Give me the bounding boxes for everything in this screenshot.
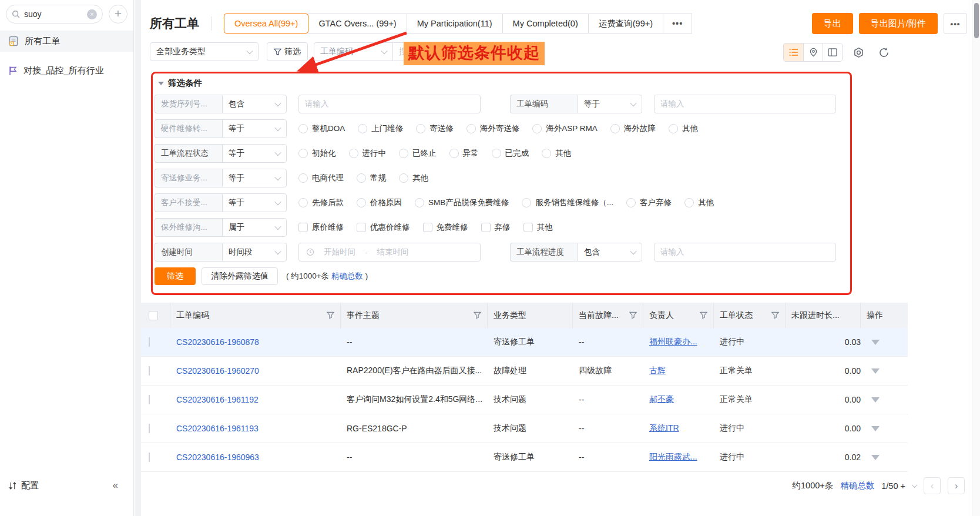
radio-icon[interactable] [669, 124, 678, 133]
radio-icon[interactable] [416, 124, 425, 133]
owner-link[interactable]: 系统ITR [649, 423, 679, 433]
owner-link[interactable]: 福州联豪办... [649, 337, 697, 346]
owner-link[interactable]: 古辉 [649, 366, 666, 375]
filter-funnel-icon[interactable] [771, 311, 779, 319]
radio-icon[interactable] [358, 124, 367, 133]
filter-funnel-icon[interactable] [474, 311, 481, 319]
radio-option[interactable]: 寄送修 [416, 123, 454, 134]
order-id-link[interactable]: CS20230616-1961193 [176, 424, 259, 433]
owner-link[interactable]: 郝丕豪 [649, 394, 674, 404]
radio-icon[interactable] [542, 149, 551, 158]
clear-filters-button[interactable]: 清除外露筛选值 [202, 267, 278, 285]
filter-operator-select[interactable]: 包含 [578, 243, 642, 262]
checkbox-option[interactable]: 原价维修 [298, 222, 344, 233]
checkbox-icon[interactable] [481, 223, 491, 232]
checkbox-option[interactable]: 免费维修 [423, 222, 468, 233]
chevron-down-icon[interactable] [912, 482, 918, 488]
owner-link[interactable]: 阳光雨露武... [649, 452, 697, 461]
filter-operator-select[interactable]: 等于 [578, 95, 642, 113]
radio-icon[interactable] [357, 198, 366, 207]
order-id-link[interactable]: CS20230616-1960878 [176, 337, 259, 347]
radio-option[interactable]: 先修后款 [298, 197, 344, 208]
radio-icon[interactable] [415, 198, 424, 207]
radio-option[interactable]: 海外寄送修 [466, 123, 520, 134]
filter-funnel-icon[interactable] [629, 311, 637, 319]
radio-option[interactable]: SMB产品脱保免费维修 [415, 197, 509, 208]
radio-icon[interactable] [298, 198, 308, 207]
checkbox-icon[interactable] [423, 223, 432, 232]
row-expand-button[interactable] [871, 397, 880, 403]
filter-operator-select[interactable]: 属于 [222, 218, 287, 237]
row-checkbox[interactable] [149, 395, 150, 404]
radio-option[interactable]: 其他 [542, 148, 571, 159]
radio-icon[interactable] [610, 124, 620, 133]
order-id-link[interactable]: CS20230616-1960963 [176, 453, 259, 462]
search-input[interactable]: suoy × [6, 5, 103, 24]
tab-2[interactable]: My Participation(11) [407, 14, 503, 33]
pagination-exact-link[interactable]: 精确总数 [840, 480, 874, 491]
scrollbar-thumb[interactable] [974, 3, 979, 38]
refresh-icon[interactable] [878, 47, 890, 58]
radio-icon[interactable] [298, 149, 308, 158]
radio-option[interactable]: 初始化 [298, 148, 336, 159]
radio-option[interactable]: 整机DOA [298, 123, 345, 134]
filter-panel-header[interactable]: 筛选条件 [158, 78, 848, 89]
list-view-button[interactable] [784, 43, 803, 61]
export-button[interactable]: 导出 [812, 13, 853, 34]
radio-icon[interactable] [532, 124, 542, 133]
filter-operator-select[interactable]: 等于 [222, 144, 287, 163]
radio-icon[interactable] [298, 124, 308, 133]
filter-funnel-icon[interactable] [700, 311, 707, 319]
radio-icon[interactable] [466, 124, 476, 133]
more-actions-button[interactable]: ••• [944, 13, 967, 34]
tab-4[interactable]: 运费查询(99+) [588, 14, 663, 33]
radio-option[interactable]: 电商代理 [298, 173, 344, 183]
prev-page-button[interactable]: ‹ [924, 477, 941, 494]
tab-3[interactable]: My Completed(0) [502, 14, 589, 33]
filter-toggle-button[interactable]: 筛选 [267, 42, 308, 61]
radio-option[interactable]: 其他 [669, 123, 698, 134]
radio-option[interactable]: 上门维修 [358, 123, 403, 134]
radio-icon[interactable] [626, 198, 636, 207]
sidebar-item-quality-view[interactable]: 对接_品控_所有行业 [0, 60, 133, 81]
row-checkbox[interactable] [149, 453, 150, 462]
split-view-button[interactable] [823, 43, 842, 61]
radio-icon[interactable] [399, 149, 408, 158]
row-checkbox[interactable] [149, 424, 150, 433]
row-expand-button[interactable] [871, 368, 880, 374]
order-id-link[interactable]: CS20230616-1960270 [176, 366, 259, 376]
export-attachments-button[interactable]: 导出图片/附件 [859, 13, 938, 34]
radio-option[interactable]: 服务销售维保维修（... [522, 197, 613, 208]
filter-text-input[interactable]: 请输入 [298, 95, 481, 113]
radio-option[interactable]: 异常 [449, 148, 479, 159]
radio-icon[interactable] [449, 149, 459, 158]
next-page-button[interactable]: › [948, 477, 965, 494]
radio-option[interactable]: 已终止 [399, 148, 437, 159]
radio-icon[interactable] [522, 198, 531, 207]
tab-1[interactable]: GTAC Overs... (99+) [308, 14, 407, 33]
radio-icon[interactable] [357, 173, 366, 183]
checkbox-icon[interactable] [298, 223, 308, 232]
tabs-more-button[interactable]: ••• [663, 14, 692, 33]
order-id-link[interactable]: CS20230616-1961192 [176, 395, 259, 404]
radio-option[interactable]: 其他 [684, 197, 714, 208]
row-expand-button[interactable] [871, 426, 880, 431]
filter-text-input[interactable]: 请输入 [654, 243, 836, 262]
checkbox-icon[interactable] [357, 223, 366, 232]
radio-option[interactable]: 海外故障 [610, 123, 656, 134]
row-expand-button[interactable] [871, 340, 880, 345]
filter-operator-select[interactable]: 等于 [222, 169, 287, 187]
tab-0[interactable]: Oversea All(99+) [224, 14, 308, 33]
business-type-select[interactable]: 全部业务类型 [150, 42, 259, 61]
collapse-sidebar-icon[interactable]: « [113, 480, 118, 491]
radio-option[interactable]: 客户弃修 [626, 197, 672, 208]
radio-icon[interactable] [349, 149, 358, 158]
radio-option[interactable]: 常规 [357, 173, 386, 183]
select-all-checkbox[interactable] [149, 311, 158, 320]
checkbox-option[interactable]: 优惠价维修 [357, 222, 410, 233]
row-checkbox[interactable] [149, 337, 150, 347]
clear-search-icon[interactable]: × [87, 9, 97, 19]
apply-filter-button[interactable]: 筛选 [155, 267, 196, 285]
add-view-button[interactable]: + [109, 5, 127, 24]
filter-operator-select[interactable]: 时间段 [222, 243, 287, 262]
